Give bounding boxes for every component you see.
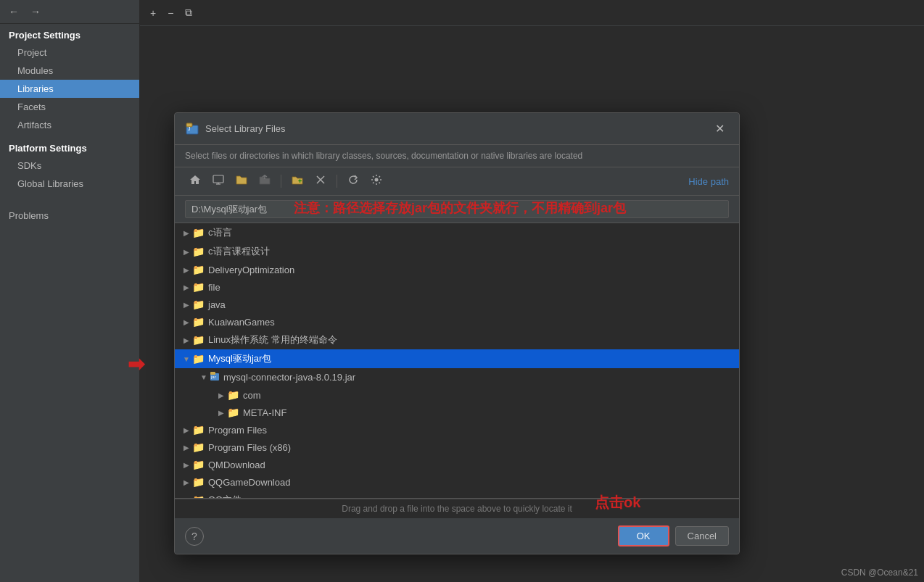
select-library-dialog: J Select Library Files ✕ Select files or… <box>174 112 740 554</box>
dialog-footer: ? OK Cancel <box>175 518 739 554</box>
sidebar-item-facets[interactable]: Facets <box>0 98 139 116</box>
expand-icon[interactable]: ▼ <box>198 372 210 383</box>
expand-icon[interactable]: ▼ <box>181 353 192 365</box>
settings-icon-button[interactable] <box>366 172 387 191</box>
tree-label-connector: mysql-connector-java-8.0.19.jar <box>223 372 355 383</box>
sidebar-item-modules[interactable]: Modules <box>0 62 139 80</box>
file-tree[interactable]: ▶ 📁 c语言 ▶ 📁 c语言课程设计 ▶ 📁 DeliveryOptimiza… <box>175 223 739 499</box>
tree-item-c-lang[interactable]: ▶ 📁 c语言 <box>175 223 739 242</box>
svg-text:J: J <box>188 126 191 131</box>
remove-button[interactable]: − <box>163 5 178 21</box>
tree-item-mysql-jar[interactable]: ▼ 📁 Mysql驱动jar包 <box>175 349 739 368</box>
hide-path-button[interactable]: Hide path <box>688 176 729 187</box>
tree-label-qqgame: QQGameDownload <box>208 477 290 488</box>
sidebar: ← → Project Settings Project Modules Lib… <box>0 0 140 582</box>
tree-item-c-course[interactable]: ▶ 📁 c语言课程设计 <box>175 242 739 261</box>
sidebar-item-project[interactable]: Project <box>0 43 139 62</box>
forward-button[interactable]: → <box>28 4 44 19</box>
folder-icon-com: 📁 <box>227 389 239 401</box>
dialog-icon: J <box>185 122 199 136</box>
tree-label-delivery: DeliveryOptimization <box>208 265 294 275</box>
tree-label-meta-inf: META-INF <box>243 407 286 418</box>
svg-rect-3 <box>213 175 223 183</box>
expand-icon[interactable]: ▶ <box>181 264 192 275</box>
tree-item-qmdownload[interactable]: ▶ 📁 QMDownload <box>175 456 739 473</box>
sidebar-item-libraries[interactable]: Libraries <box>0 80 139 98</box>
tree-item-program-files[interactable]: ▶ 📁 Program Files <box>175 421 739 438</box>
expand-icon[interactable]: ▶ <box>181 424 192 436</box>
expand-icon[interactable]: ▶ <box>181 441 192 453</box>
expand-icon[interactable]: ▶ <box>181 246 192 257</box>
sidebar-item-artifacts[interactable]: Artifacts <box>0 116 139 134</box>
expand-icon[interactable]: ▶ <box>181 476 192 488</box>
expand-icon[interactable]: ▶ <box>181 227 192 238</box>
desktop-icon-button[interactable] <box>208 172 228 191</box>
folder-icon-delivery: 📁 <box>192 264 205 275</box>
svg-text:+: + <box>298 178 302 185</box>
folder-icon-button[interactable] <box>231 172 252 191</box>
tree-label-c-course: c语言课程设计 <box>208 245 270 258</box>
tree-item-java[interactable]: ▶ 📁 java <box>175 296 739 313</box>
dialog-toolbar: + Hide path <box>175 167 739 196</box>
folder-icon-linux: 📁 <box>192 334 205 346</box>
folder-icon-kuaiwan: 📁 <box>192 316 205 328</box>
tree-item-qq-files[interactable]: ▶ 📁 QQ文件 <box>175 491 739 499</box>
tree-item-qqgame[interactable]: ▶ 📁 QQGameDownload <box>175 473 739 491</box>
expand-icon[interactable]: ▶ <box>181 494 192 499</box>
sidebar-item-problems[interactable]: Problems <box>0 204 139 225</box>
add-button[interactable]: + <box>146 5 160 21</box>
main-toolbar: + − ⧉ <box>140 0 924 26</box>
cancel-button[interactable]: Cancel <box>675 526 729 546</box>
tree-item-delivery[interactable]: ▶ 📁 DeliveryOptimization <box>175 261 739 278</box>
folder-icon-qq-files: 📁 <box>192 494 205 499</box>
folder-up-icon-button[interactable] <box>255 172 275 191</box>
dialog-title: Select Library Files <box>205 123 711 134</box>
back-button[interactable]: ← <box>6 4 22 19</box>
tree-item-com[interactable]: ▶ 📁 com <box>175 386 739 404</box>
folder-icon-java: 📁 <box>192 299 205 310</box>
tree-item-program-files-x86[interactable]: ▶ 📁 Program Files (x86) <box>175 438 739 456</box>
tree-label-program-files-x86: Program Files (x86) <box>208 442 291 453</box>
tree-item-meta-inf[interactable]: ▶ 📁 META-INF <box>175 404 739 421</box>
expand-icon[interactable]: ▶ <box>215 407 227 418</box>
refresh-icon-button[interactable] <box>343 172 363 191</box>
folder-icon-mysql-jar: 📁 <box>192 353 205 365</box>
sidebar-item-global-libraries[interactable]: Global Libraries <box>0 175 139 193</box>
drag-hint: Drag and drop a file into the space abov… <box>175 499 739 518</box>
tree-label-qq-files: QQ文件 <box>208 494 242 499</box>
expand-icon[interactable]: ▶ <box>181 334 192 346</box>
dialog-title-bar: J Select Library Files ✕ <box>175 113 739 145</box>
dialog-close-button[interactable]: ✕ <box>711 120 729 137</box>
copy-button[interactable]: ⧉ <box>181 4 197 21</box>
platform-settings-header: Platform Settings <box>0 134 139 157</box>
tree-label-linux: Linux操作系统 常用的终端命令 <box>208 333 337 346</box>
tree-item-linux[interactable]: ▶ 📁 Linux操作系统 常用的终端命令 <box>175 331 739 349</box>
path-input[interactable] <box>185 200 729 218</box>
path-input-row <box>175 196 739 223</box>
home-icon-button[interactable] <box>185 172 205 191</box>
folder-icon-program-files: 📁 <box>192 424 205 436</box>
tree-label-com: com <box>243 390 261 401</box>
tree-item-connector[interactable]: ▼ jar mysql-connector-java-8.0.19.jar <box>175 368 739 386</box>
expand-icon[interactable]: ▶ <box>181 459 192 470</box>
tree-label-c-lang: c语言 <box>208 226 232 239</box>
expand-icon[interactable]: ▶ <box>181 299 192 310</box>
dialog-subtitle: Select files or directories in which lib… <box>175 145 739 167</box>
delete-icon-button[interactable] <box>310 172 331 191</box>
new-folder-icon-button[interactable]: + <box>287 172 308 191</box>
tree-label-kuaiwan: KuaiwanGames <box>208 317 275 328</box>
tree-label-program-files: Program Files <box>208 425 267 436</box>
tree-item-file[interactable]: ▶ 📁 file <box>175 278 739 296</box>
expand-icon[interactable]: ▶ <box>181 316 192 328</box>
help-button[interactable]: ? <box>185 527 204 546</box>
expand-icon[interactable]: ▶ <box>181 281 192 293</box>
ok-button[interactable]: OK <box>618 525 669 546</box>
tree-label-java: java <box>208 299 226 310</box>
svg-text:jar: jar <box>210 375 216 379</box>
folder-icon-c-lang: 📁 <box>192 227 205 238</box>
tree-item-kuaiwan[interactable]: ▶ 📁 KuaiwanGames <box>175 313 739 331</box>
expand-icon[interactable]: ▶ <box>215 389 227 401</box>
folder-icon-file: 📁 <box>192 281 205 293</box>
sidebar-item-sdks[interactable]: SDKs <box>0 157 139 175</box>
project-settings-header: Project Settings <box>0 24 139 43</box>
